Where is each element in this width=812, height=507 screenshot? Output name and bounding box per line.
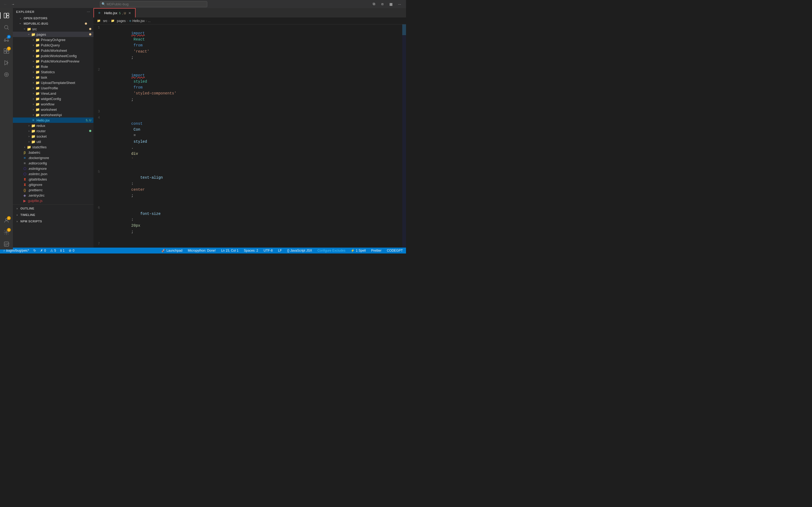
folder-widgetconfig[interactable]: › 📁 widgetConfig — [13, 96, 93, 101]
statistics-icon: 📁 — [36, 70, 40, 74]
project-dot — [85, 22, 87, 25]
search-input[interactable] — [100, 1, 207, 7]
line-num-6: 6 — [93, 205, 104, 211]
folder-redux[interactable]: › 📁 redux — [13, 123, 93, 128]
status-codegpt[interactable]: CODEGPT — [386, 249, 404, 252]
activity-item-explorer[interactable] — [1, 10, 12, 21]
status-spell[interactable]: ⚡ 1 Spell — [350, 249, 367, 252]
file-dockerignore[interactable]: ≡ .dockerignore — [13, 155, 93, 160]
editor-content[interactable]: 1 import React from 'react' ; 2 import s… — [93, 24, 402, 247]
status-spaces[interactable]: Spaces: 2 — [243, 249, 259, 252]
timeline-section[interactable]: › TIMELINE — [13, 212, 93, 218]
publicworksheetpreview-label: PublicWorksheetPreview — [41, 59, 80, 63]
split-icon[interactable]: ⧈ — [379, 1, 386, 7]
folder-privacy[interactable]: › 📁 PrivacyOrAgree — [13, 37, 93, 42]
breadcrumb-src[interactable]: src — [103, 19, 107, 23]
back-button[interactable]: ← — [2, 1, 9, 7]
more-actions-icon[interactable]: ··· — [87, 10, 90, 13]
warning-count: 5 — [54, 249, 56, 252]
status-position[interactable]: Ln 15, Col 1 — [220, 249, 240, 252]
status-prettier[interactable]: Prettier — [370, 249, 383, 252]
file-eslintrc[interactable]: ⬡ .eslintrc.json — [13, 171, 93, 176]
file-babelrc[interactable]: β .babelrc — [13, 150, 93, 155]
status-configure[interactable]: Configure Excludes — [316, 249, 346, 252]
worksheetapi-arrow: › — [31, 113, 36, 117]
folder-publicworksheet[interactable]: › 📁 PublicWorksheet — [13, 48, 93, 53]
forward-button[interactable]: → — [10, 1, 16, 7]
folder-staticfiles[interactable]: › 📁 staticfiles — [13, 144, 93, 150]
widgetconfig-icon: 📁 — [36, 97, 40, 101]
activity-item-run[interactable] — [1, 57, 12, 68]
folder-publicquery[interactable]: › 📁 PublicQuery — [13, 42, 93, 48]
folder-util[interactable]: › 📁 util — [13, 139, 93, 144]
src-label: src — [32, 27, 37, 31]
file-gulpfile[interactable]: ▶ gulpfile.js — [13, 198, 93, 203]
open-editors-arrow: › — [18, 16, 22, 20]
viewland-icon: 📁 — [36, 91, 40, 96]
folder-uploadtemplatesheet[interactable]: › 📁 UploadTemplateSheet — [13, 80, 93, 85]
folder-worksheetapi[interactable]: › 📁 worksheetApi — [13, 112, 93, 117]
svg-rect-2 — [7, 16, 9, 18]
file-editorconfig[interactable]: ≡ .editorconfig — [13, 160, 93, 166]
warning-icon: ⚠ — [50, 249, 53, 252]
folder-userprofile[interactable]: › 📁 UserProfile — [13, 85, 93, 91]
folder-publicworksheetpreview[interactable]: › 📁 PublicWorksheetPreview — [13, 58, 93, 64]
status-launchpad[interactable]: 🚀 Launchpad — [160, 249, 184, 252]
activity-item-accounts[interactable]: 1 — [1, 215, 12, 226]
editor-line-6: 6 font-size : 20px ; — [93, 205, 402, 241]
router-icon: 📁 — [31, 129, 36, 133]
status-filter[interactable]: ⊘ 0 — [68, 249, 75, 252]
tab-hello-jsx[interactable]: ⚛ Hello.jsx 5 , U ✕ — [93, 8, 136, 17]
workflow-icon: 📁 — [36, 102, 40, 106]
file-gitignore[interactable]: ⧗ .gitignore — [13, 182, 93, 187]
activity-item-search[interactable] — [1, 22, 12, 33]
breadcrumb-more[interactable]: ... — [148, 19, 151, 23]
folder-socket[interactable]: › 📁 socket — [13, 133, 93, 139]
folder-statistics[interactable]: › 📁 Statistics — [13, 69, 93, 74]
status-micropython[interactable]: Micropython: Done! — [187, 249, 217, 252]
source-control-badge: 4 — [7, 35, 11, 39]
title-bar: ← → 🔍 ⧉ ⧈ ▦ ··· — [0, 0, 406, 8]
folder-router[interactable]: › 📁 router — [13, 128, 93, 133]
activity-item-git[interactable] — [1, 69, 12, 80]
status-sync[interactable]: ↻ — [32, 249, 37, 252]
open-editors-section[interactable]: › OPEN EDITORS — [13, 15, 93, 21]
panel-icon[interactable]: ⧉ — [370, 1, 377, 7]
layout-icon[interactable]: ▦ — [388, 1, 394, 7]
file-prettierrc[interactable]: {} .prettierrc — [13, 187, 93, 192]
breadcrumb-file[interactable]: ⚛ Hello.jsx — [129, 19, 145, 23]
activity-item-extensions[interactable]: 7 — [1, 46, 12, 56]
more-icon[interactable]: ··· — [396, 1, 403, 7]
file-gitattributes[interactable]: ⧗ .gitattributes — [13, 176, 93, 182]
activity-item-source-control[interactable]: 4 — [1, 34, 12, 45]
util-label: util — [37, 140, 41, 144]
folder-workflow[interactable]: › 📁 workflow — [13, 101, 93, 107]
src-folder[interactable]: › 📁 src — [13, 26, 93, 32]
folder-publicworksheetconfig[interactable]: › 📁 publicWorksheetConfig — [13, 53, 93, 58]
file-eslintignore[interactable]: ⬡ .eslintignore — [13, 166, 93, 171]
status-warnings[interactable]: ⚠ 5 — [49, 249, 57, 252]
activity-item-codegpt[interactable]: GPT — [1, 239, 12, 249]
workflow-arrow: › — [31, 102, 36, 106]
folder-role[interactable]: › 📁 Role — [13, 64, 93, 69]
status-eol[interactable]: LF — [277, 249, 283, 252]
eol-label: LF — [278, 249, 282, 252]
breadcrumb-pages[interactable]: 📁 pages — [111, 19, 126, 23]
status-info[interactable]: ℹ 1 — [59, 249, 66, 252]
file-sentryclirc[interactable]: ◈ .sentryclirc — [13, 192, 93, 198]
folder-task[interactable]: › 📁 task — [13, 74, 93, 80]
npm-scripts-section[interactable]: › NPM SCRIPTS — [13, 219, 93, 224]
status-encoding[interactable]: UTF-8 — [262, 249, 273, 252]
project-name: MDPUBLIC-BUG — [23, 22, 48, 25]
folder-viewland[interactable]: › 📁 ViewLand — [13, 91, 93, 96]
activity-item-settings[interactable]: 1 — [1, 227, 12, 238]
outline-section[interactable]: › OUTLINE — [13, 206, 93, 211]
tab-close-button[interactable]: ✕ — [128, 11, 132, 15]
status-language[interactable]: {} JavaScript JSX — [286, 249, 313, 252]
status-errors[interactable]: ✗ 0 — [39, 249, 47, 252]
editor-line-5: 5 text-align : center ; — [93, 169, 402, 205]
pages-folder[interactable]: › 📁 pages — [13, 32, 93, 37]
folder-worksheet[interactable]: › 📁 worksheet — [13, 107, 93, 112]
file-hello-jsx[interactable]: ⚛ Hello.jsx 5, U — [13, 117, 93, 123]
project-section[interactable]: › MDPUBLIC-BUG — [13, 21, 93, 26]
